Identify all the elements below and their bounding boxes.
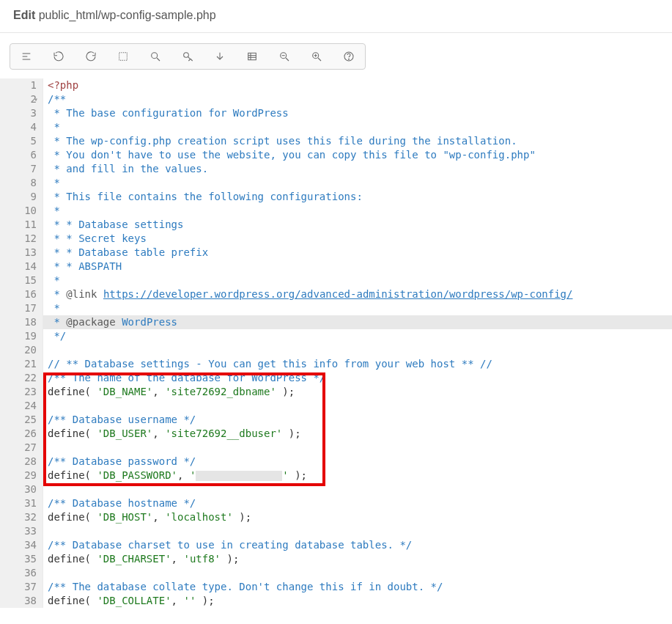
- code-content[interactable]: <?php/** * The base configuration for Wo…: [43, 78, 672, 608]
- editor-header: Edit public_html/wp-config-sample.php: [0, 0, 672, 33]
- search-button[interactable]: [139, 44, 171, 69]
- code-line[interactable]: /** Database username */: [48, 413, 672, 427]
- code-line[interactable]: // ** Database settings - You can get th…: [48, 357, 672, 371]
- code-line[interactable]: * and fill in the values.: [48, 162, 672, 176]
- code-editor[interactable]: 1234567891011121314151617181920212223242…: [0, 78, 672, 608]
- editor-toolbar: [10, 43, 366, 70]
- help-button[interactable]: [333, 44, 365, 69]
- line-number: 8: [0, 176, 37, 190]
- line-number: 34: [0, 538, 37, 552]
- svg-rect-9: [248, 53, 256, 59]
- code-line[interactable]: <?php: [48, 78, 672, 92]
- code-line[interactable]: */: [48, 329, 672, 343]
- line-number: 35: [0, 552, 37, 566]
- code-line[interactable]: *: [48, 176, 672, 190]
- line-number: 15: [0, 274, 37, 287]
- list-icon: [246, 51, 258, 62]
- code-line[interactable]: define( 'DB_HOST', 'localhost' );: [48, 510, 672, 524]
- line-number: 21: [0, 357, 37, 371]
- code-line[interactable]: [48, 441, 672, 455]
- zoom-in-button[interactable]: [300, 44, 333, 69]
- line-number: 4: [0, 120, 37, 134]
- line-number: 1: [0, 78, 37, 92]
- line-number: 27: [0, 441, 37, 455]
- line-number: 36: [0, 566, 37, 580]
- help-icon: [343, 51, 355, 62]
- code-line[interactable]: /** Database hostname */: [48, 496, 672, 510]
- align-icon: [21, 51, 32, 62]
- code-line[interactable]: define( 'DB_COLLATE', '' );: [48, 594, 672, 608]
- list-button[interactable]: [236, 44, 268, 69]
- code-line[interactable]: [48, 343, 672, 357]
- code-line[interactable]: [48, 524, 672, 538]
- svg-point-4: [152, 53, 158, 59]
- line-number: 25: [0, 413, 37, 427]
- line-number: 16: [0, 287, 37, 301]
- line-number: 20: [0, 343, 37, 357]
- code-line[interactable]: define( 'DB_USER', 'site72692__dbuser' )…: [48, 427, 672, 441]
- line-number: 3: [0, 106, 37, 120]
- line-number: 22: [0, 371, 37, 385]
- code-line[interactable]: * You don't have to use the website, you…: [48, 148, 672, 162]
- line-number: 14: [0, 260, 37, 274]
- code-line[interactable]: [48, 399, 672, 413]
- code-line[interactable]: define( 'DB_PASSWORD', ' ' );: [48, 469, 672, 482]
- code-line[interactable]: * @link https://developer.wordpress.org/…: [48, 287, 672, 301]
- line-number: 17: [0, 301, 37, 315]
- line-number: 18: [0, 315, 37, 329]
- svg-point-21: [349, 59, 350, 59]
- code-line[interactable]: * * Secret keys: [48, 232, 672, 246]
- search-prev-button[interactable]: [171, 44, 204, 69]
- line-number: 29: [0, 469, 37, 482]
- line-number: 7: [0, 162, 37, 176]
- line-number: 11: [0, 218, 37, 232]
- undo-button[interactable]: [43, 44, 75, 69]
- code-line[interactable]: /** The name of the database for WordPre…: [48, 371, 672, 385]
- line-number: 10: [0, 204, 37, 218]
- line-number: 9: [0, 190, 37, 204]
- code-line[interactable]: *: [48, 301, 672, 315]
- code-line[interactable]: *: [48, 120, 672, 134]
- code-line[interactable]: /**: [48, 92, 672, 106]
- svg-line-5: [157, 58, 160, 61]
- redo-button[interactable]: [75, 44, 107, 69]
- code-line[interactable]: *: [48, 274, 672, 287]
- svg-rect-3: [119, 53, 128, 61]
- line-number-gutter: 1234567891011121314151617181920212223242…: [0, 78, 43, 608]
- search-next-icon: [214, 51, 226, 62]
- code-line[interactable]: /** The database collate type. Don't cha…: [48, 580, 672, 594]
- select-all-button[interactable]: [107, 44, 139, 69]
- code-line[interactable]: * @package WordPress: [43, 315, 672, 329]
- line-number: 26: [0, 427, 37, 441]
- svg-line-7: [188, 57, 191, 59]
- zoom-out-button[interactable]: [268, 44, 300, 69]
- line-number: 23: [0, 385, 37, 399]
- search-icon: [149, 51, 161, 62]
- line-number: 32: [0, 510, 37, 524]
- code-line[interactable]: * * ABSPATH: [48, 260, 672, 274]
- code-line[interactable]: *: [48, 204, 672, 218]
- code-line[interactable]: * * Database settings: [48, 218, 672, 232]
- zoom-in-icon: [311, 51, 322, 62]
- align-button[interactable]: [10, 44, 43, 69]
- code-line[interactable]: * The base configuration for WordPress: [48, 106, 672, 120]
- line-number: 37: [0, 580, 37, 594]
- undo-icon: [53, 51, 64, 62]
- line-number: 19: [0, 329, 37, 343]
- code-line[interactable]: [48, 566, 672, 580]
- svg-line-19: [318, 58, 321, 61]
- line-number: 24: [0, 399, 37, 413]
- page-title: Edit public_html/wp-config-sample.php: [13, 9, 216, 21]
- code-line[interactable]: [48, 482, 672, 496]
- code-line[interactable]: define( 'DB_NAME', 'site72692_dbname' );: [48, 385, 672, 399]
- code-line[interactable]: * This file contains the following confi…: [48, 190, 672, 204]
- line-number: 12: [0, 232, 37, 246]
- search-next-button[interactable]: [204, 44, 236, 69]
- code-line[interactable]: define( 'DB_CHARSET', 'utf8' );: [48, 552, 672, 566]
- code-line[interactable]: * The wp-config.php creation script uses…: [48, 134, 672, 148]
- code-line[interactable]: /** Database charset to use in creating …: [48, 538, 672, 552]
- zoom-out-icon: [278, 51, 290, 62]
- code-line[interactable]: /** Database password */: [48, 455, 672, 469]
- code-line[interactable]: * * Database table prefix: [48, 246, 672, 260]
- file-path: public_html/wp-config-sample.php: [39, 9, 216, 21]
